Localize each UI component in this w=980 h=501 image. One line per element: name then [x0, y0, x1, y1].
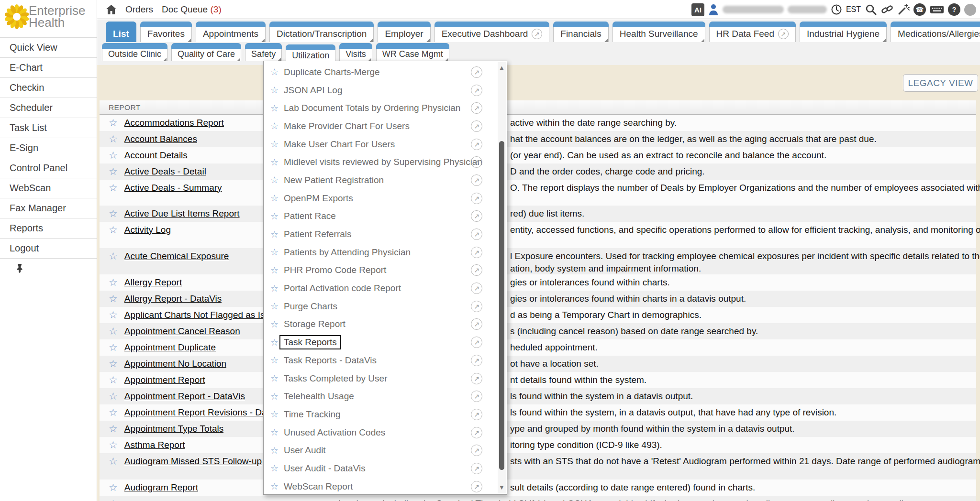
report-link-asthma-report[interactable]: Asthma Report [124, 440, 185, 450]
legacy-view-button[interactable]: LEGACY VIEW [903, 74, 978, 92]
open-in-new-icon[interactable]: ↗ [471, 445, 482, 456]
open-in-new-icon[interactable]: ↗ [532, 29, 542, 39]
menu-item-openpm-exports[interactable]: ☆OpenPM Exports↗ [264, 189, 497, 207]
open-in-new-icon[interactable]: ↗ [471, 85, 482, 96]
ai-badge[interactable]: AI [691, 3, 704, 16]
menu-item-patient-race[interactable]: ☆Patient Race↗ [264, 207, 497, 226]
menu-item-webscan-report[interactable]: ☆WebScan Report↗ [264, 478, 497, 496]
favorite-star-icon[interactable]: ☆ [270, 319, 284, 330]
favorite-star-icon[interactable]: ☆ [270, 463, 284, 474]
favorite-star-icon[interactable]: ☆ [109, 482, 118, 493]
report-link-appointment-type-totals[interactable]: Appointment Type Totals [124, 424, 223, 434]
menu-item-make-provider-chart-for-users[interactable]: ☆Make Provider Chart For Users↗ [264, 117, 497, 135]
favorite-star-icon[interactable]: ☆ [109, 456, 118, 467]
tab-list[interactable]: List [106, 22, 136, 42]
favorite-star-icon[interactable]: ☆ [109, 439, 118, 451]
breadcrumb-doc-queue[interactable]: Doc Queue (3) [162, 4, 222, 15]
tab-hr-data-feed[interactable]: HR Data Feed↗ [709, 22, 796, 42]
favorite-star-icon[interactable]: ☆ [109, 208, 118, 219]
tab-dictation-transcription[interactable]: Dictation/Transcription [269, 22, 374, 42]
menu-item-task-reports-datavis[interactable]: ☆Task Reports - DataVis↗ [264, 351, 497, 370]
favorite-star-icon[interactable]: ☆ [270, 103, 284, 114]
report-link-audiogram-missed-sts-follow-up[interactable]: Audiogram Missed STS Follow-up [124, 456, 262, 467]
open-in-new-icon[interactable]: ↗ [471, 463, 482, 474]
open-in-new-icon[interactable]: ↗ [471, 229, 482, 240]
favorite-star-icon[interactable]: ☆ [109, 293, 118, 305]
report-link-audiogram-report[interactable]: Audiogram Report [124, 482, 198, 493]
tab-outside-clinic[interactable]: Outside Clinic [102, 43, 167, 61]
sidebar-item-fax-manager[interactable]: Fax Manager [0, 198, 97, 218]
menu-item-phr-promo-code-report[interactable]: ☆PHR Promo Code Report↗ [264, 261, 497, 280]
home-icon[interactable] [106, 4, 117, 15]
breadcrumb-orders[interactable]: Orders [125, 4, 153, 15]
tab-health-surveillance[interactable]: Health Surveillance [612, 22, 705, 42]
open-in-new-icon[interactable]: ↗ [471, 210, 482, 222]
open-in-new-icon[interactable]: ↗ [471, 481, 482, 492]
menu-item-purge-charts[interactable]: ☆Purge Charts↗ [264, 297, 497, 316]
favorite-star-icon[interactable]: ☆ [270, 409, 284, 420]
user-name-blurred[interactable] [723, 6, 784, 13]
report-link-applicant-charts-not-flagged-as-is-a[interactable]: Applicant Charts Not Flagged as Is A [124, 310, 273, 320]
menu-item-make-user-chart-for-users[interactable]: ☆Make User Chart For Users↗ [264, 135, 497, 153]
open-in-new-icon[interactable]: ↗ [471, 66, 482, 78]
tab-appointments[interactable]: Appointments [196, 22, 266, 42]
sidebar-item-webscan[interactable]: WebScan [0, 178, 97, 198]
menu-item-user-audit-datavis[interactable]: ☆User Audit - DataVis↗ [264, 459, 497, 478]
open-in-new-icon[interactable]: ↗ [471, 193, 482, 204]
favorite-star-icon[interactable]: ☆ [109, 498, 118, 501]
report-link-active-deals-detail[interactable]: Active Deals - Detail [124, 166, 206, 177]
sidebar-item-quick-view[interactable]: Quick View [0, 37, 97, 57]
open-in-new-icon[interactable]: ↗ [471, 337, 482, 348]
open-in-new-icon[interactable]: ↗ [471, 427, 482, 438]
favorite-star-icon[interactable]: ☆ [109, 277, 118, 288]
search-icon[interactable] [865, 3, 877, 16]
menu-item-midlevel-visits-reviewed-by-supervising-physician[interactable]: ☆Midlevel visits reviewed by Supervising… [264, 153, 497, 171]
tab-employer[interactable]: Employer [378, 22, 430, 42]
open-in-new-icon[interactable]: ↗ [471, 139, 482, 150]
favorite-star-icon[interactable]: ☆ [270, 139, 284, 150]
report-link-appointment-no-location[interactable]: Appointment No Location [124, 359, 226, 369]
wand-icon[interactable] [897, 3, 910, 16]
favorite-star-icon[interactable]: ☆ [270, 427, 284, 438]
favorite-star-icon[interactable]: ☆ [270, 193, 284, 204]
scroll-thumb[interactable] [499, 141, 504, 470]
menu-item-duplicate-charts-merge[interactable]: ☆Duplicate Charts-Merge↗ [264, 63, 497, 81]
favorite-star-icon[interactable]: ☆ [109, 182, 118, 194]
report-link-allergy-report-datavis[interactable]: Allergy Report - DataVis [124, 294, 222, 304]
open-in-new-icon[interactable]: ↗ [471, 102, 482, 114]
open-in-new-icon[interactable]: ↗ [778, 29, 789, 39]
favorite-star-icon[interactable]: ☆ [109, 358, 118, 370]
favorite-star-icon[interactable]: ☆ [109, 133, 118, 145]
favorite-star-icon[interactable]: ☆ [109, 423, 118, 435]
tab-medications-allergies-scripts[interactable]: Medications/Allergies/Scripts [891, 22, 980, 42]
menu-item-lab-document-totals-by-ordering-physician[interactable]: ☆Lab Document Totals by Ordering Physici… [264, 99, 497, 117]
scroll-down-arrow[interactable]: ▼ [498, 483, 506, 492]
report-link-appointment-report-revisions-dat[interactable]: Appointment Report Revisions - Dat [124, 407, 269, 418]
favorite-star-icon[interactable]: ☆ [270, 301, 284, 312]
favorite-star-icon[interactable]: ☆ [109, 250, 118, 262]
favorite-star-icon[interactable]: ☆ [270, 120, 284, 131]
pin-icon[interactable] [16, 263, 23, 273]
menu-item-new-patient-registration[interactable]: ☆New Patient Registration↗ [264, 171, 497, 189]
tab-executive-dashboard[interactable]: Executive Dashboard↗ [434, 22, 550, 42]
favorite-star-icon[interactable]: ☆ [270, 373, 284, 384]
tab-favorites[interactable]: Favorites [140, 22, 192, 42]
scroll-up-arrow[interactable]: ▲ [498, 63, 506, 73]
report-link-allergy-report[interactable]: Allergy Report [124, 277, 182, 288]
report-link-active-deals-summary[interactable]: Active Deals - Summary [124, 183, 222, 193]
favorite-star-icon[interactable]: ☆ [270, 157, 284, 168]
favorite-star-icon[interactable]: ☆ [109, 326, 118, 337]
phone-icon[interactable]: ☎ [913, 3, 926, 16]
sidebar-item-reports[interactable]: Reports [0, 218, 97, 238]
favorite-star-icon[interactable]: ☆ [109, 224, 118, 236]
favorite-star-icon[interactable]: ☆ [109, 117, 118, 129]
favorite-star-icon[interactable]: ☆ [109, 407, 118, 418]
favorite-star-icon[interactable]: ☆ [109, 309, 118, 321]
tab-visits[interactable]: Visits [339, 43, 372, 61]
report-link-acute-chemical-exposure[interactable]: Acute Chemical Exposure [124, 251, 229, 261]
menu-item-storage-report[interactable]: ☆Storage Report↗ [264, 316, 497, 334]
menu-item-task-reports[interactable]: ☆Task Reports↗ [264, 333, 497, 351]
report-link-accommodations-report[interactable]: Accommodations Report [124, 118, 224, 128]
tab-financials[interactable]: Financials [553, 22, 609, 42]
favorite-star-icon[interactable]: ☆ [270, 481, 284, 492]
